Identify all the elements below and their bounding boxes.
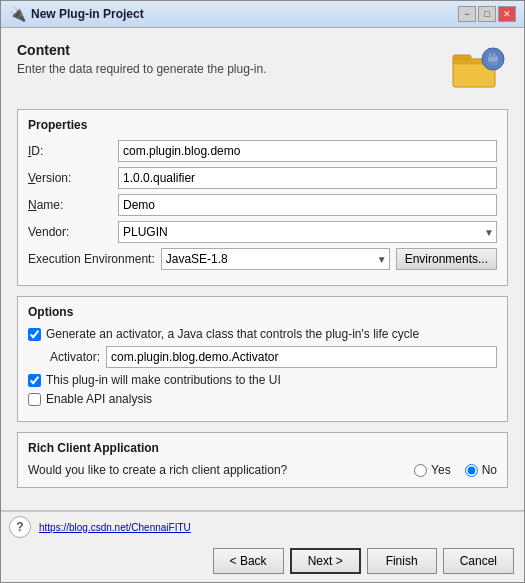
rca-row: Would you like to create a rich client a… <box>28 463 497 477</box>
api-analysis-checkbox[interactable] <box>28 393 41 406</box>
maximize-button[interactable]: □ <box>478 6 496 22</box>
finish-button[interactable]: Finish <box>367 548 437 574</box>
name-label: Name: <box>28 198 118 212</box>
env-select-wrapper: JavaSE-1.8 ▼ <box>161 248 390 270</box>
rca-question: Would you like to create a rich client a… <box>28 463 414 477</box>
rca-no-option[interactable]: No <box>465 463 497 477</box>
plugin-icon: 🔌 <box>9 6 25 22</box>
api-checkbox-row: Enable API analysis <box>28 392 497 406</box>
vendor-label: Vendor: <box>28 225 118 239</box>
button-row: < Back Next > Finish Cancel <box>1 542 524 582</box>
back-button[interactable]: < Back <box>213 548 284 574</box>
activator-field-row: Activator: <box>50 346 497 368</box>
rca-yes-option[interactable]: Yes <box>414 463 451 477</box>
rca-radio-group: Yes No <box>414 463 497 477</box>
env-row: Execution Environment: JavaSE-1.8 ▼ Envi… <box>28 248 497 270</box>
options-label: Options <box>28 305 497 319</box>
vendor-select[interactable]: PLUGIN <box>118 221 497 243</box>
rca-section: Rich Client Application Would you like t… <box>17 432 508 488</box>
activator-checkbox[interactable] <box>28 328 41 341</box>
rca-yes-radio[interactable] <box>414 464 427 477</box>
dialog-window: 🔌 New Plug-in Project − □ ✕ Content Ente… <box>0 0 525 583</box>
version-row: Version: <box>28 167 497 189</box>
minimize-button[interactable]: − <box>458 6 476 22</box>
close-button[interactable]: ✕ <box>498 6 516 22</box>
version-input[interactable] <box>118 167 497 189</box>
header-icon <box>448 42 508 97</box>
dialog-body: Content Enter the data required to gener… <box>1 28 524 510</box>
id-label: ID: <box>28 144 118 158</box>
vendor-row: Vendor: PLUGIN ▼ <box>28 221 497 243</box>
ui-checkbox-row: This plug-in will make contributions to … <box>28 373 497 387</box>
header-section: Content Enter the data required to gener… <box>17 42 508 97</box>
api-analysis-label[interactable]: Enable API analysis <box>46 392 152 406</box>
properties-label: Properties <box>28 118 497 132</box>
cancel-button[interactable]: Cancel <box>443 548 514 574</box>
title-bar-controls: − □ ✕ <box>458 6 516 22</box>
svg-rect-5 <box>489 53 492 57</box>
activator-checkbox-label[interactable]: Generate an activator, a Java class that… <box>46 327 419 341</box>
name-input[interactable] <box>118 194 497 216</box>
header-text: Content Enter the data required to gener… <box>17 42 438 76</box>
options-section: Options Generate an activator, a Java cl… <box>17 296 508 422</box>
environments-button[interactable]: Environments... <box>396 248 497 270</box>
env-label: Execution Environment: <box>28 252 155 266</box>
title-bar-left: 🔌 New Plug-in Project <box>9 6 144 22</box>
status-url: https://blog.csdn.net/ChennaiFITU <box>39 522 191 533</box>
id-row: ID: <box>28 140 497 162</box>
properties-section: Properties ID: Version: Name: Vendor: PL… <box>17 109 508 286</box>
activator-checkbox-row: Generate an activator, a Java class that… <box>28 327 497 341</box>
activator-label: Activator: <box>50 350 100 364</box>
help-button[interactable]: ? <box>9 516 31 538</box>
name-row: Name: <box>28 194 497 216</box>
title-bar: 🔌 New Plug-in Project − □ ✕ <box>1 1 524 28</box>
rca-no-radio[interactable] <box>465 464 478 477</box>
rca-yes-label: Yes <box>431 463 451 477</box>
version-label: Version: <box>28 171 118 185</box>
activator-input[interactable] <box>106 346 497 368</box>
id-input[interactable] <box>118 140 497 162</box>
svg-rect-6 <box>493 53 496 57</box>
vendor-select-wrapper: PLUGIN ▼ <box>118 221 497 243</box>
folder-plugin-icon <box>451 45 506 95</box>
header-description: Enter the data required to generate the … <box>17 62 438 76</box>
svg-rect-7 <box>488 62 498 65</box>
status-bar: ? https://blog.csdn.net/ChennaiFITU <box>1 511 524 542</box>
next-button[interactable]: Next > <box>290 548 361 574</box>
rca-no-label: No <box>482 463 497 477</box>
rca-label: Rich Client Application <box>28 441 497 455</box>
header-title: Content <box>17 42 438 58</box>
ui-contributions-checkbox[interactable] <box>28 374 41 387</box>
title-bar-text: New Plug-in Project <box>31 7 144 21</box>
ui-contributions-label[interactable]: This plug-in will make contributions to … <box>46 373 281 387</box>
env-select[interactable]: JavaSE-1.8 <box>161 248 390 270</box>
